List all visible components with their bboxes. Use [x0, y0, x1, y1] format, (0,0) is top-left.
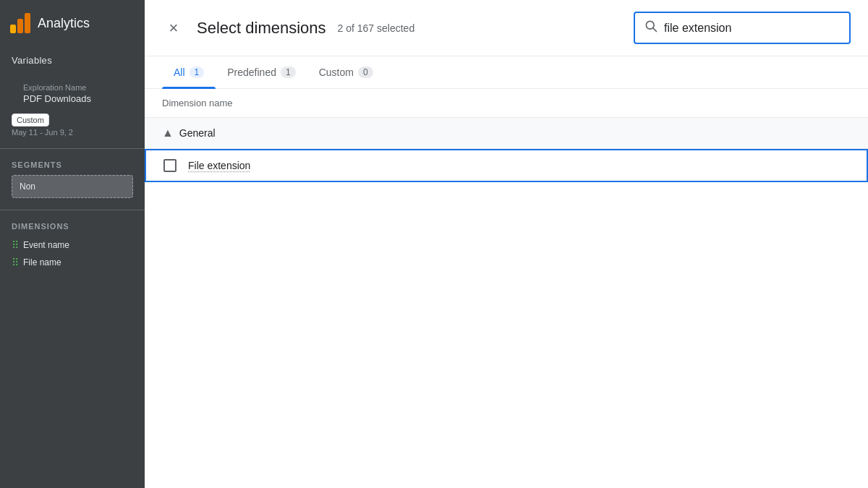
custom-badge: Custom: [12, 114, 49, 127]
svg-rect-0: [10, 25, 16, 33]
tab-all[interactable]: All 1: [162, 56, 216, 88]
chevron-up-icon: ▲: [162, 127, 174, 140]
modal-title: Select dimensions: [197, 19, 326, 38]
sidebar-variables-label: Variables: [0, 46, 145, 72]
list-item: ⠿ Event name: [12, 236, 133, 254]
group-name-general: General: [179, 127, 216, 139]
exploration-name: PDF Downloads: [12, 93, 133, 113]
dimension-file-name: File name: [23, 257, 61, 267]
tab-predefined[interactable]: Predefined 1: [216, 56, 307, 88]
dimension-dots-icon-2: ⠿: [12, 257, 19, 268]
svg-rect-1: [17, 19, 23, 33]
dimension-dots-icon: ⠿: [12, 239, 19, 251]
svg-line-4: [653, 28, 657, 32]
modal-header: × Select dimensions 2 of 167 selected: [145, 0, 868, 56]
tab-all-label: All: [174, 67, 185, 78]
tab-custom-badge: 0: [358, 67, 373, 78]
sidebar-app-title: Analytics: [38, 16, 90, 31]
tab-custom-label: Custom: [319, 67, 354, 78]
sidebar: Analytics Variables Exploration Name PDF…: [0, 0, 145, 488]
divider: [0, 148, 145, 149]
tab-predefined-badge: 1: [281, 67, 296, 78]
tab-all-badge: 1: [190, 67, 205, 78]
dimensions-label: DIMENSIONS: [12, 222, 133, 231]
exploration-label: Exploration Name: [12, 77, 133, 93]
segment-placeholder: Non: [12, 175, 133, 198]
main-content: × Select dimensions 2 of 167 selected Al…: [145, 0, 868, 488]
segments-label: SEGMENTS: [12, 160, 133, 169]
file-extension-label: File extension: [188, 160, 250, 171]
dimension-event-name: Event name: [23, 240, 69, 250]
svg-rect-2: [25, 13, 30, 33]
date-range: May 11 - Jun 9, 2: [12, 128, 133, 137]
sidebar-header: Analytics: [0, 0, 145, 46]
search-input[interactable]: [664, 22, 841, 35]
group-header-general[interactable]: ▲ General: [145, 118, 868, 149]
modal-body: ▲ General File extension: [145, 118, 868, 488]
list-item: ⠿ File name: [12, 254, 133, 271]
close-button[interactable]: ×: [162, 17, 185, 40]
search-box: [634, 12, 851, 44]
select-dimensions-modal: × Select dimensions 2 of 167 selected Al…: [145, 0, 868, 488]
column-header-dimension-name: Dimension name: [145, 89, 868, 118]
custom-date-section: Exploration Name PDF Downloads Custom Ma…: [0, 72, 145, 142]
tab-predefined-label: Predefined: [227, 67, 276, 78]
segments-section: SEGMENTS Non: [0, 155, 145, 204]
ga-logo-icon: [9, 12, 32, 35]
dimensions-section: DIMENSIONS ⠿ Event name ⠿ File name: [0, 216, 145, 277]
file-extension-checkbox[interactable]: [163, 159, 176, 172]
selected-count-label: 2 of 167 selected: [338, 22, 622, 34]
divider-2: [0, 210, 145, 210]
dimension-row-file-extension[interactable]: File extension: [145, 149, 868, 182]
search-icon: [644, 19, 658, 37]
tab-custom[interactable]: Custom 0: [307, 56, 385, 88]
tabs-bar: All 1 Predefined 1 Custom 0: [145, 56, 868, 89]
